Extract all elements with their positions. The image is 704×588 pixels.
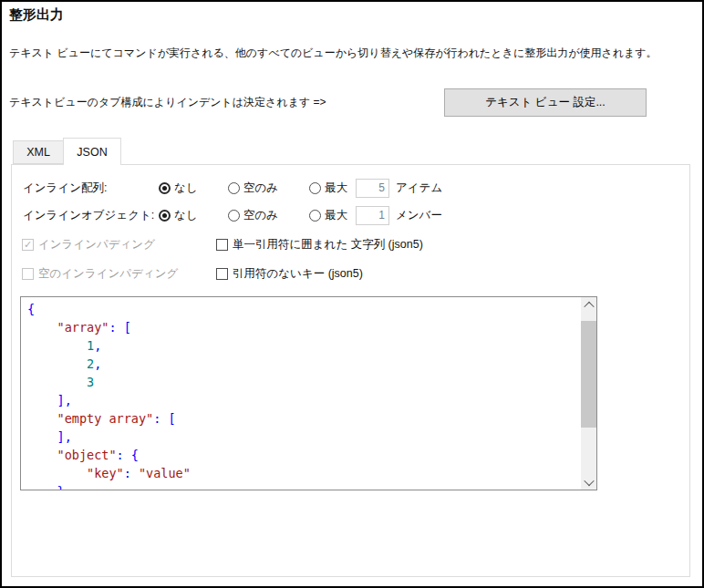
inline-array-row: インライン配列: なし 空のみ 最大 アイテム <box>12 178 689 198</box>
inline-object-radio-empty[interactable]: 空のみ <box>228 208 278 223</box>
inline-object-radio-none[interactable]: なし <box>159 208 198 223</box>
inline-array-unit-label: アイテム <box>396 181 442 196</box>
radio-icon <box>309 210 321 222</box>
scroll-up-button[interactable] <box>581 297 596 313</box>
checkbox-label: 単一引用符に囲まれた 文字列 (json5) <box>233 237 423 253</box>
scrollbar-thumb[interactable] <box>581 321 596 428</box>
tab-xml[interactable]: XML <box>13 140 64 164</box>
radio-icon <box>228 210 240 222</box>
checkbox-icon <box>216 268 228 280</box>
radio-label: 空のみ <box>243 208 278 223</box>
tab-json-label: JSON <box>77 146 107 159</box>
chevron-up-icon <box>584 301 594 311</box>
page-title: 整形出力 <box>9 6 64 24</box>
radio-label: 最大 <box>325 208 347 223</box>
inline-array-max-input[interactable] <box>356 179 389 198</box>
inline-object-radio-max[interactable]: 最大 <box>309 208 347 223</box>
json-preview-box: { "array": [ 1, 2, 3 ], "empty array": [… <box>20 296 597 490</box>
checkbox-label: インラインパディング <box>38 237 155 253</box>
radio-label: なし <box>174 208 198 223</box>
checkbox-icon: ✓ <box>22 239 34 251</box>
inline-array-label: インライン配列: <box>23 181 107 196</box>
checkbox-empty-inline-padding[interactable]: 空のインラインパディング <box>22 266 178 282</box>
radio-icon <box>228 182 240 194</box>
radio-label: なし <box>174 181 198 196</box>
checkbox-unquoted-keys[interactable]: 引用符のないキー (json5) <box>216 266 363 282</box>
checkbox-icon <box>22 268 34 280</box>
inline-array-radio-empty[interactable]: 空のみ <box>228 181 278 196</box>
radio-icon <box>159 182 171 194</box>
text-view-settings-button[interactable]: テキスト ビュー 設定... <box>444 88 647 117</box>
inline-object-unit-label: メンバー <box>396 208 442 223</box>
vertical-scrollbar[interactable] <box>581 297 596 490</box>
description-text: テキスト ビューにてコマンドが実行される、他のすべてのビューから切り替えや保存が… <box>9 46 657 61</box>
inline-object-label: インラインオブジェクト: <box>23 208 154 223</box>
radio-label: 最大 <box>325 181 347 196</box>
radio-label: 空のみ <box>243 181 278 196</box>
inline-array-radio-max[interactable]: 最大 <box>309 181 347 196</box>
indent-note-text: テキストビューのタブ構成によりインデントは決定されます => <box>9 95 326 110</box>
inline-array-radio-none[interactable]: なし <box>159 181 198 196</box>
tab-json[interactable]: JSON <box>63 138 121 165</box>
inline-object-max-input[interactable] <box>356 206 389 225</box>
checkbox-inline-padding[interactable]: ✓ インラインパディング <box>22 237 155 253</box>
checkbox-label: 引用符のないキー (json5) <box>233 266 363 282</box>
chevron-down-icon <box>584 475 594 485</box>
tab-xml-label: XML <box>26 146 50 159</box>
inline-object-row: インラインオブジェクト: なし 空のみ 最大 メンバー <box>12 205 689 225</box>
code-content: { "array": [ 1, 2, 3 ], "empty array": [… <box>21 297 581 490</box>
checkbox-label: 空のインラインパディング <box>38 266 178 282</box>
radio-icon <box>159 210 171 222</box>
scroll-down-button[interactable] <box>581 474 596 490</box>
pretty-print-dialog: 整形出力 テキスト ビューにてコマンドが実行される、他のすべてのビューから切り替… <box>0 0 704 588</box>
checkbox-icon <box>216 239 228 251</box>
radio-icon <box>309 182 321 194</box>
checkbox-single-quoted-strings[interactable]: 単一引用符に囲まれた 文字列 (json5) <box>216 237 423 253</box>
json-tab-panel: インライン配列: なし 空のみ 最大 アイテム インラインオブジェクト: なし <box>11 164 690 577</box>
